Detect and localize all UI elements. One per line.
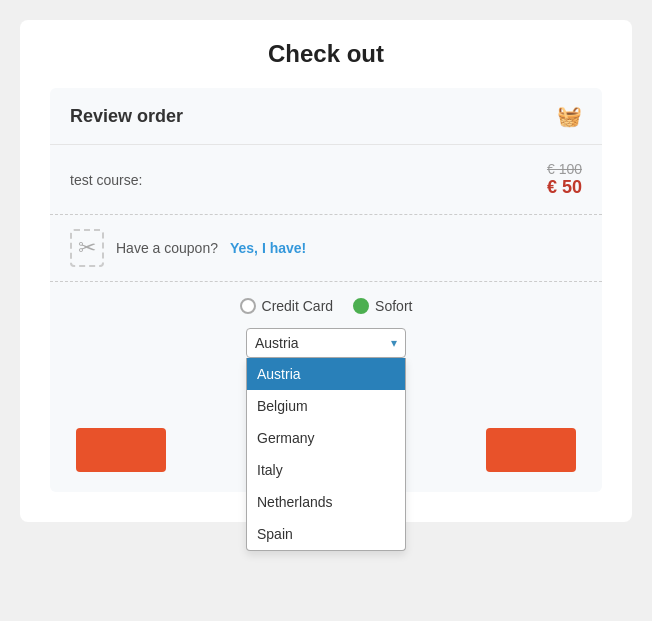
order-row: test course: € 100 € 50 — [50, 145, 602, 214]
dropdown-item-belgium[interactable]: Belgium — [247, 390, 405, 422]
page-wrapper: Check out Review order 🧺 test course: € … — [20, 20, 632, 522]
sofort-label: Sofort — [375, 298, 412, 314]
country-select[interactable]: Austria ▾ — [246, 328, 406, 358]
review-order-title: Review order — [70, 106, 183, 127]
sofort-option[interactable]: Sofort — [353, 298, 412, 314]
payment-options: Credit Card Sofort — [70, 298, 582, 314]
card-header: Review order 🧺 — [50, 88, 602, 145]
dropdown-item-austria[interactable]: Austria — [247, 358, 405, 390]
dropdown-item-netherlands[interactable]: Netherlands — [247, 486, 405, 518]
dropdown-item-spain[interactable]: Spain — [247, 518, 405, 550]
back-button[interactable] — [76, 428, 166, 472]
price-block: € 100 € 50 — [547, 161, 582, 198]
price-discounted: € 50 — [547, 177, 582, 198]
scissors-icon: ✂ — [70, 229, 104, 267]
coupon-link[interactable]: Yes, I have! — [230, 240, 306, 256]
sofort-radio[interactable] — [353, 298, 369, 314]
credit-card-option[interactable]: Credit Card — [240, 298, 334, 314]
price-original: € 100 — [547, 161, 582, 177]
country-dropdown[interactable]: Austria Belgium Germany Italy Netherland… — [246, 358, 406, 551]
coupon-text: Have a coupon? — [116, 240, 218, 256]
credit-card-label: Credit Card — [262, 298, 334, 314]
checkout-card: Review order 🧺 test course: € 100 € 50 ✂… — [50, 88, 602, 492]
selected-country-label: Austria — [255, 335, 299, 351]
country-select-wrapper: Austria ▾ Austria Belgium Germany Italy … — [246, 328, 406, 358]
item-name: test course: — [70, 172, 142, 188]
coupon-section: ✂ Have a coupon? Yes, I have! — [50, 214, 602, 281]
select-row: Austria ▾ Austria Belgium Germany Italy … — [70, 328, 582, 358]
credit-card-radio[interactable] — [240, 298, 256, 314]
payment-section: Credit Card Sofort Austria ▾ Austria Bel — [50, 281, 602, 492]
chevron-down-icon: ▾ — [391, 336, 397, 350]
continue-button[interactable] — [486, 428, 576, 472]
dropdown-item-italy[interactable]: Italy — [247, 454, 405, 486]
basket-icon: 🧺 — [557, 104, 582, 128]
page-title: Check out — [50, 40, 602, 68]
dropdown-item-germany[interactable]: Germany — [247, 422, 405, 454]
